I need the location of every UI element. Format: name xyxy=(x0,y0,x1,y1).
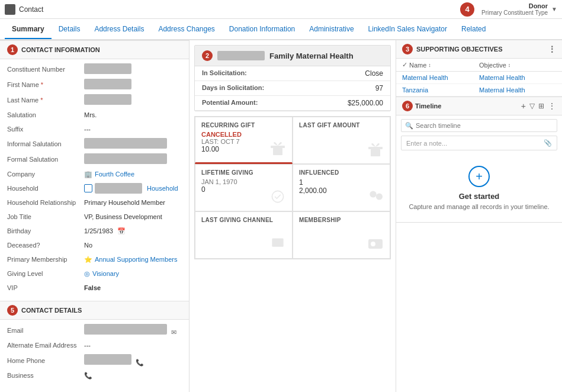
formal-salutation-row: Formal Salutation xyxy=(0,152,189,167)
tab-donation-info[interactable]: Donation Information xyxy=(222,20,302,39)
recurring-gift-card: RECURRING GIFT CANCELLED LAST: OCT 7 10.… xyxy=(195,117,293,164)
salutation-row: Salutation Mrs. xyxy=(0,108,189,122)
objectives-name-link-0[interactable]: Maternal Health xyxy=(402,74,479,81)
top-bar-title: Contact xyxy=(19,5,43,14)
last-gift-card: LAST GIFT AMOUNT xyxy=(293,117,390,164)
influenced-card: INFLUENCED 1 2,000.00 xyxy=(293,164,390,211)
gift-icon-2 xyxy=(366,140,385,159)
membership-icon: ⭐ xyxy=(84,256,92,264)
job-title-row: Job Title VP, Business Development xyxy=(0,210,189,224)
objectives-row-0: Maternal Health Maternal Health xyxy=(396,72,562,84)
first-name-row: First Name * xyxy=(0,77,189,92)
timeline-add-button[interactable]: + xyxy=(521,101,526,111)
tab-address-changes[interactable]: Address Changes xyxy=(151,20,221,39)
suffix-row: Suffix --- xyxy=(0,122,189,136)
timeline-search-container: 🔍 xyxy=(401,119,557,132)
filter-icon[interactable]: ▽ xyxy=(529,102,535,110)
vip-row: VIP False xyxy=(0,281,189,295)
grid-icon[interactable]: ⊞ xyxy=(538,102,544,110)
checkmark-icon: ✓ xyxy=(402,61,407,69)
household-row: Household Household xyxy=(0,181,189,195)
objectives-col-headers: ✓ Name ↕ Objective ↕ xyxy=(396,59,562,72)
objective-sort-icon[interactable]: ↕ xyxy=(508,62,511,68)
svg-point-6 xyxy=(376,193,383,200)
alt-email-row: Alternate Email Address --- xyxy=(0,338,189,352)
in-solicitation-row: In Solicitation: Close xyxy=(195,66,390,81)
donor-info: Donor Primary Constituent Type xyxy=(481,2,548,16)
giving-level-row: Giving Level ◎ Visionary xyxy=(0,266,189,281)
contact-info-header: 1 CONTACT INFORMATION xyxy=(0,40,189,59)
household-relationship-row: Household Relationship Primary Household… xyxy=(0,195,189,210)
svg-point-5 xyxy=(370,191,376,197)
tab-address-details[interactable]: Address Details xyxy=(87,20,151,39)
solicitation-bar xyxy=(217,51,265,60)
contact-details-badge: 5 xyxy=(7,305,18,316)
giving-cards-grid: RECURRING GIFT CANCELLED LAST: OCT 7 10.… xyxy=(194,116,391,259)
email-row: Email ✉ xyxy=(0,322,189,338)
giving-level-icon: ◎ xyxy=(84,270,90,278)
objectives-objective-link-1[interactable]: Maternal Health xyxy=(479,86,556,94)
right-panel: 3 SUPPORTING OBJECTIVES ⋮ ✓ Name ↕ Objec… xyxy=(396,40,562,392)
main-content: 1 CONTACT INFORMATION Constituent Number… xyxy=(0,40,562,392)
contact-icon xyxy=(5,4,15,15)
timeline-search-input[interactable] xyxy=(401,119,557,132)
tab-summary[interactable]: Summary xyxy=(5,20,52,39)
timeline-menu-button[interactable]: ⋮ xyxy=(548,101,556,111)
lifetime-icon xyxy=(268,187,287,206)
gift-icon xyxy=(268,139,287,158)
deceased-row: Deceased? No xyxy=(0,238,189,252)
company-link[interactable]: 🏢 Fourth Coffee xyxy=(84,171,182,178)
tab-details[interactable]: Details xyxy=(52,20,88,39)
building-icon: 🏢 xyxy=(84,171,92,178)
tab-linkedin[interactable]: LinkedIn Sales Navigator xyxy=(361,20,454,39)
name-sort-icon[interactable]: ↕ xyxy=(428,62,431,68)
constituent-number-row: Constituent Number xyxy=(0,62,189,77)
potential-row: Potential Amount: $25,000.00 xyxy=(195,96,390,111)
contact-info-form: Constituent Number First Name * Last Nam… xyxy=(0,59,189,297)
svg-point-4 xyxy=(272,191,283,202)
membership-card: MEMBERSHIP xyxy=(293,211,390,259)
timeline-badge: 6 xyxy=(402,101,413,111)
timeline-empty-title: Get started xyxy=(402,192,556,201)
lifetime-giving-card: LIFETIME GIVING JAN 1, 1970 0 xyxy=(195,164,293,211)
primary-membership-row: Primary Membership ⭐ Annual Supporting M… xyxy=(0,252,189,266)
last-name-row: Last Name * xyxy=(0,92,189,108)
solicitation-header: 2 Family Maternal Health xyxy=(195,46,390,66)
last-giving-channel-card: LAST GIVING CHANNEL xyxy=(195,211,293,259)
top-bar: Contact 4 Donor Primary Constituent Type… xyxy=(0,0,562,19)
birthday-row: Birthday 1/25/1983 📅 xyxy=(0,224,189,238)
solicitation-card: 2 Family Maternal Health In Solicitation… xyxy=(194,45,391,111)
business-phone-icon: 📞 xyxy=(84,372,92,379)
donor-badge: 4 xyxy=(460,2,474,17)
timeline-note-input[interactable]: Enter a note... 📎 xyxy=(401,136,557,150)
timeline-header: 6 Timeline + ▽ ⊞ ⋮ xyxy=(396,97,562,115)
membership-link[interactable]: ⭐ Annual Supporting Members xyxy=(84,256,182,264)
influenced-icon xyxy=(366,187,385,206)
company-row: Company 🏢 Fourth Coffee xyxy=(0,167,189,181)
timeline-plus-icon[interactable]: + xyxy=(468,166,490,187)
svg-rect-2 xyxy=(368,147,383,149)
channel-icon xyxy=(268,234,287,253)
giving-level-link[interactable]: ◎ Visionary xyxy=(84,270,182,278)
objectives-menu-button[interactable]: ⋮ xyxy=(548,44,556,54)
tab-administrative[interactable]: Administrative xyxy=(302,20,361,39)
contact-details-header: 5 CONTACT DETAILS xyxy=(0,301,189,320)
objectives-row-1: Tanzania Maternal Health xyxy=(396,84,562,97)
chevron-down-icon[interactable]: ▼ xyxy=(551,6,557,12)
tab-related[interactable]: Related xyxy=(454,20,493,39)
objectives-objective-link-0[interactable]: Maternal Health xyxy=(479,74,556,81)
supporting-objectives-section: 3 SUPPORTING OBJECTIVES ⋮ ✓ Name ↕ Objec… xyxy=(396,40,562,97)
attachment-icon[interactable]: 📎 xyxy=(544,139,552,147)
nav-tabs: Summary Details Address Details Address … xyxy=(0,19,562,40)
timeline-title-text: Timeline xyxy=(415,102,441,110)
contact-details-form: Email ✉ Alternate Email Address --- Home… xyxy=(0,320,189,385)
days-row: Days in Solicitation: 97 xyxy=(195,81,390,96)
objectives-name-link-1[interactable]: Tanzania xyxy=(402,86,479,94)
svg-rect-0 xyxy=(271,146,285,148)
email-icon: ✉ xyxy=(171,329,176,336)
contact-details-title: CONTACT DETAILS xyxy=(21,307,82,314)
svg-rect-7 xyxy=(272,238,283,246)
objectives-title: SUPPORTING OBJECTIVES xyxy=(416,46,502,53)
solicitation-title: Family Maternal Health xyxy=(269,52,354,60)
middle-panel: 2 Family Maternal Health In Solicitation… xyxy=(190,40,396,392)
